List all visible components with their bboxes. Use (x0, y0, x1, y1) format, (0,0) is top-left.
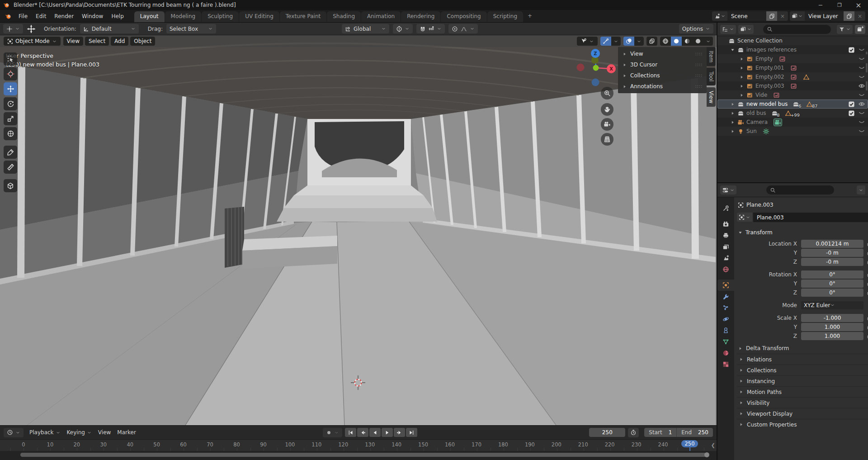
triangle-right-icon[interactable] (739, 66, 744, 71)
shading-solid-button[interactable] (671, 37, 682, 46)
scene-name[interactable]: Scene (727, 13, 766, 19)
panel-instancing[interactable]: Instancing:::: (737, 375, 868, 386)
properties-tab-material[interactable] (717, 347, 734, 359)
transform-panel-header[interactable]: Transform :::: (737, 228, 868, 239)
viewport-menu-object[interactable]: Object (130, 37, 155, 46)
options-dropdown[interactable]: Options (679, 24, 713, 33)
lock-icon[interactable] (863, 324, 868, 330)
tab-texture-paint[interactable]: Texture Paint (280, 11, 326, 22)
lock-icon[interactable] (863, 241, 868, 247)
timeline-menu-keying[interactable]: Keying (64, 428, 95, 437)
outliner-row[interactable]: Vide (717, 90, 868, 100)
hide-viewport-toggle-icon[interactable] (858, 55, 865, 62)
viewport-menu-view[interactable]: View (63, 37, 83, 46)
tab-animation[interactable]: Animation (361, 11, 401, 22)
n-panel-tab-item[interactable]: Item (707, 47, 716, 66)
timeline-ruler[interactable]: ❮ 01020304050607080901001101201301401501… (0, 440, 717, 451)
panel-grip-icon[interactable]: :::: (695, 52, 703, 56)
object-browse-dropdown[interactable] (737, 213, 752, 222)
outliner-filter-dropdown[interactable] (837, 25, 853, 34)
new-view-layer-button[interactable] (844, 11, 854, 21)
properties-tab-data[interactable] (717, 336, 734, 347)
tab-layout[interactable]: Layout (134, 11, 165, 22)
properties-tab-particles[interactable] (717, 302, 734, 313)
panel-relations[interactable]: Relations:::: (737, 354, 868, 365)
panel-custom-properties[interactable]: Custom Properties:::: (737, 419, 868, 430)
show-overlays-toggle[interactable] (623, 37, 634, 46)
gizmo-neg-x-axis[interactable] (577, 64, 585, 71)
hide-viewport-toggle-icon[interactable] (858, 64, 865, 71)
object-name-field[interactable]: Plane.003 (753, 213, 868, 222)
properties-tab-view-layer[interactable] (717, 241, 734, 252)
tab-uv-editing[interactable]: UV Editing (239, 11, 279, 22)
field-value[interactable]: 0° (801, 289, 863, 297)
viewport-menu-select[interactable]: Select (85, 37, 109, 46)
triangle-right-icon[interactable] (730, 102, 735, 107)
prev-key-button[interactable] (357, 428, 368, 437)
hide-viewport-toggle-icon[interactable] (858, 46, 865, 53)
hide-viewport-toggle-icon[interactable] (858, 73, 865, 81)
triangle-right-icon[interactable] (739, 84, 744, 89)
panel-motion-paths[interactable]: Motion Paths:::: (737, 386, 868, 397)
hide-viewport-toggle-icon[interactable] (858, 119, 865, 126)
nav-pan-button[interactable] (601, 103, 613, 116)
properties-tab-output[interactable] (717, 230, 734, 241)
field-value[interactable]: -0 m (801, 249, 863, 257)
playhead[interactable] (689, 447, 690, 451)
pivot-point-dropdown[interactable] (393, 24, 413, 33)
remove-view-layer-button[interactable]: × (854, 11, 865, 21)
proportional-edit-controls[interactable] (448, 24, 478, 33)
properties-tab-physics[interactable] (717, 313, 734, 325)
start-frame-field[interactable]: Start1 (644, 428, 676, 437)
viewport-menu-add[interactable]: Add (111, 37, 128, 46)
field-value[interactable]: -1.000 (801, 314, 863, 322)
current-frame-field[interactable]: 250 (589, 428, 625, 437)
menu-file[interactable]: File (14, 11, 32, 21)
scene-browse-button[interactable] (712, 11, 727, 21)
panel-grip-icon[interactable]: :::: (695, 84, 703, 89)
outliner-editor-type-dropdown[interactable] (720, 25, 736, 34)
nav-camera-button[interactable] (601, 118, 613, 131)
hide-viewport-toggle-icon[interactable] (858, 109, 865, 117)
tool-cursor[interactable] (4, 67, 17, 81)
triangle-right-icon[interactable] (739, 75, 744, 80)
tab-sculpting[interactable]: Sculpting (202, 11, 239, 22)
timeline-scrollbar[interactable] (0, 451, 717, 460)
field-value[interactable]: 0° (801, 270, 863, 279)
menu-render[interactable]: Render (50, 11, 78, 21)
timeline-scrollbar-knob[interactable] (704, 452, 709, 457)
maximize-button[interactable]: ❐ (830, 0, 849, 10)
properties-tab-object[interactable] (717, 280, 734, 291)
panel-visibility[interactable]: Visibility:::: (737, 397, 868, 408)
menu-window[interactable]: Window (78, 11, 107, 21)
delta-transform-panel-header[interactable]: Delta Transform (737, 343, 868, 354)
gizmo-center[interactable] (593, 65, 599, 71)
outliner-row[interactable]: old bus8+99 (717, 109, 868, 118)
snapping-controls[interactable] (416, 24, 445, 33)
n-panel-section-annotations[interactable]: Annotations:::: (618, 81, 707, 92)
lock-icon[interactable] (863, 250, 868, 256)
properties-tab-tool[interactable] (717, 203, 734, 214)
panel-grip-icon[interactable]: :::: (695, 73, 703, 78)
triangle-right-icon[interactable] (730, 120, 735, 125)
hide-viewport-toggle-icon[interactable] (858, 100, 865, 108)
tab-shading[interactable]: Shading (327, 11, 361, 22)
auto-keyframe-toggle[interactable] (323, 428, 342, 437)
triangle-down-icon[interactable] (730, 47, 735, 52)
outliner-row[interactable]: Empty.001 (717, 63, 868, 72)
tool-add-cube[interactable] (4, 179, 17, 192)
tool-annotate[interactable] (4, 146, 17, 159)
timeline-menu-marker[interactable]: Marker (114, 428, 139, 437)
play-button[interactable] (382, 428, 393, 437)
properties-tab-scene[interactable] (717, 252, 734, 264)
tool-rotate[interactable] (4, 97, 17, 110)
next-key-button[interactable] (394, 428, 405, 437)
properties-editor-type-dropdown[interactable] (720, 185, 736, 194)
timeline-menu-view[interactable]: View (95, 428, 114, 437)
panel-grip-icon[interactable]: :::: (695, 62, 703, 67)
shading-rendered-button[interactable] (693, 37, 703, 46)
outliner-search-input[interactable] (763, 25, 831, 34)
field-value[interactable]: 1.000 (801, 332, 863, 340)
new-collection-button[interactable] (855, 25, 865, 34)
orientation-dropdown[interactable]: Default (80, 24, 139, 33)
